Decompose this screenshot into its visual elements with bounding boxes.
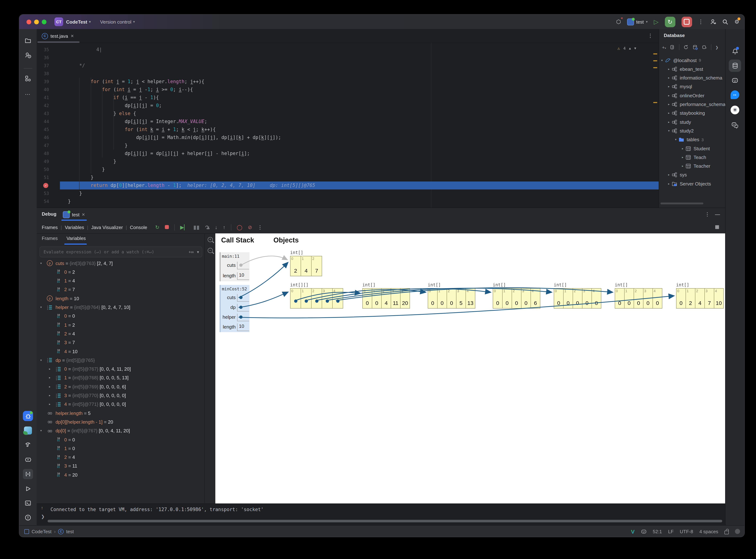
close-tab-icon[interactable]: ✕	[71, 33, 74, 38]
line-number[interactable]: 50	[37, 165, 49, 174]
db-datasource-settings-icon[interactable]	[692, 44, 698, 50]
debug-options-kebab[interactable]: ⋮	[705, 211, 710, 217]
stop-button[interactable]	[681, 17, 692, 27]
variable-row-1[interactable]: ▸1231 = {int[5]@768} [0, 0, 0, 5, 13]	[37, 374, 204, 382]
variable-row-2[interactable]: 10012 = 4	[37, 330, 204, 338]
console-scrollbar[interactable]	[48, 520, 722, 522]
db-tree-row-tables[interactable]: ▾tables3	[659, 135, 726, 144]
line-number[interactable]: 43	[37, 110, 49, 118]
db-tree-row--localhost[interactable]: ▾@localhost9	[659, 56, 726, 65]
chevron-right-icon[interactable]: ▸	[49, 394, 50, 397]
line-number[interactable]: 38	[37, 70, 49, 78]
structure-icon[interactable]	[23, 73, 33, 84]
code-line-37[interactable]: 37 */	[37, 62, 659, 70]
layout-settings-icon[interactable]: ▦	[715, 224, 719, 229]
chevron-right-icon[interactable]: ▸	[668, 103, 672, 106]
line-number[interactable]: 35	[37, 46, 49, 54]
code-line-48[interactable]: 48 dp[i][j] = dp[i][j] + helper[j] - hel…	[37, 150, 659, 158]
variable-row-4[interactable]: ▸1234 = {int[5]@771} [0, 0, 0, 0, 0]	[37, 400, 204, 409]
zoom-out-icon[interactable]: −	[208, 248, 213, 253]
chevron-right-icon[interactable]: ▸	[49, 403, 50, 406]
variable-row-4[interactable]: 10014 = 10	[37, 347, 204, 356]
debug-view-console[interactable]: Console	[130, 224, 147, 230]
code-line-49[interactable]: 49 }	[37, 158, 659, 165]
add-watch-icon[interactable]: +∞	[188, 250, 193, 254]
variable-row-length[interactable]: plength = 10	[37, 294, 204, 303]
line-number[interactable]: 40	[37, 86, 49, 94]
view-breakpoints-icon[interactable]: ◯	[237, 224, 242, 230]
mute-breakpoints-icon[interactable]: ⊘	[248, 224, 252, 230]
db-tree-row-study[interactable]: ▸study	[659, 118, 726, 126]
stop-icon[interactable]	[165, 224, 169, 230]
db-tree-row-information-schema[interactable]: ▸information_schema	[659, 73, 726, 82]
db-duplicate-icon[interactable]	[670, 45, 675, 50]
debug-session-tab[interactable]: test ✕	[63, 211, 85, 218]
variable-row-0[interactable]: 10010 = 2	[37, 268, 204, 276]
db-tree-row-student[interactable]: ▸Student	[659, 144, 726, 153]
encoding[interactable]: UTF-8	[680, 529, 693, 534]
variable-row-1[interactable]: 10011 = 2	[37, 320, 204, 329]
warning-stripe-mark[interactable]	[653, 67, 657, 68]
code-line-40[interactable]: 40 for (int i = j -1; i >= 0; i--){	[37, 86, 659, 94]
db-add-icon[interactable]: +▾	[662, 44, 666, 50]
step-over-icon[interactable]: ↷	[205, 224, 209, 230]
debug-disconnect-icon[interactable]: ⬡	[616, 19, 621, 25]
variable-row-cuts[interactable]: ▾pcuts = {int[3]@763} [2, 4, 7]	[37, 259, 204, 268]
code-line-44[interactable]: 44 dp[i][j] = Integer.MAX_VALUE;	[37, 118, 659, 126]
db-tree-row-staybooking[interactable]: ▸staybooking	[659, 109, 726, 118]
chevron-down-icon[interactable]: ▾	[40, 359, 42, 362]
debug-view-frames[interactable]: Frames	[42, 224, 58, 230]
variable-row-0[interactable]: 10010 = 0	[37, 435, 204, 444]
code-line-54[interactable]: 54}	[37, 198, 659, 205]
warning-stripe-mark[interactable]	[653, 60, 657, 61]
code-line-45[interactable]: 45 for (int k = i + 1; k < j; k++){	[37, 126, 659, 134]
group-chat-icon[interactable]	[730, 120, 740, 130]
build-hammer-icon[interactable]	[23, 440, 33, 450]
line-number[interactable]: 53	[37, 189, 49, 198]
variable-row-2[interactable]: 10012 = 7	[37, 285, 204, 294]
line-number[interactable]: 37	[37, 62, 49, 70]
plugin-owl-icon[interactable]	[23, 425, 33, 435]
debug-view-variables[interactable]: Variables	[65, 224, 84, 230]
variable-row-helper-length[interactable]: oohelper.length = 5	[37, 409, 204, 418]
db-tree-row-ebean-test[interactable]: ▸ebean_test	[659, 65, 726, 73]
db-disconnect-icon[interactable]	[702, 45, 707, 50]
ai-robot-icon[interactable]	[730, 75, 740, 85]
db-tree-row-server-objects[interactable]: ▸Server Objects	[659, 179, 726, 188]
tab-variables[interactable]: Variables	[66, 236, 86, 241]
scroll-up-icon[interactable]: ↑	[41, 505, 43, 510]
chevron-right-icon[interactable]: ▸	[668, 182, 672, 185]
code-line-43[interactable]: 43 } else {	[37, 110, 659, 118]
notifications-bell-icon[interactable]	[730, 46, 740, 56]
chevron-right-icon[interactable]: ▸	[682, 147, 686, 150]
db-tree-row-sys[interactable]: ▸sys	[659, 171, 726, 179]
debug-tool-icon[interactable]	[23, 411, 33, 421]
chevron-right-icon[interactable]: ▸	[668, 112, 672, 115]
problems-icon[interactable]	[23, 513, 33, 523]
variable-row-2[interactable]: 10012 = 4	[37, 453, 204, 462]
add-user-icon[interactable]	[710, 19, 716, 25]
debug-more-kebab[interactable]: ⋮	[258, 224, 263, 230]
line-number[interactable]: 42	[37, 102, 49, 110]
tab-frames[interactable]: Frames	[42, 236, 58, 241]
visualizer-plugin-icon[interactable]: V	[631, 528, 635, 535]
pull-requests-icon[interactable]: ?	[23, 50, 33, 60]
db-tree-row-study2[interactable]: ▾study2	[659, 127, 726, 135]
inspection-widget[interactable]: ⚠ 4 ▲ ▼	[618, 46, 636, 51]
chevron-right-icon[interactable]: ▸	[668, 68, 672, 71]
chevron-down-icon[interactable]: ▾	[668, 129, 672, 133]
run-tool-icon[interactable]	[23, 484, 33, 494]
code-line-36[interactable]: 36	[37, 54, 659, 62]
line-number[interactable]: 36	[37, 54, 49, 62]
line-number[interactable]: 51	[37, 174, 49, 181]
more-actions-kebab[interactable]: ⋮	[698, 19, 704, 25]
rerun-debug-button[interactable]: ↻	[665, 17, 675, 27]
openai-icon[interactable]: ✳	[730, 105, 740, 115]
db-tree-row-onlineorder[interactable]: ▸onlineOrder	[659, 91, 726, 100]
settings-gear-icon[interactable]: ⚙	[734, 19, 739, 25]
line-number[interactable]: 45	[37, 126, 49, 134]
robot-status-icon[interactable]	[641, 529, 646, 534]
line-number[interactable]: 46	[37, 134, 49, 141]
line-number[interactable]: 44	[37, 118, 49, 126]
minimize-window-button[interactable]	[34, 19, 39, 24]
